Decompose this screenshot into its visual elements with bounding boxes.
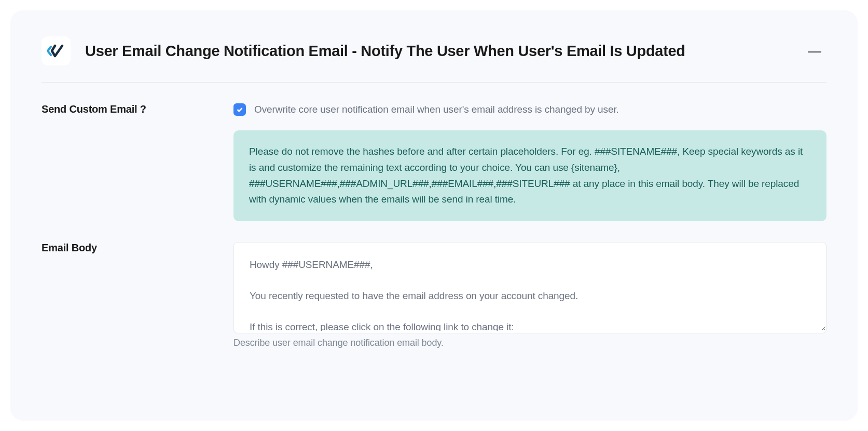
form-row-email-body: Email Body Describe user email change no… xyxy=(42,242,826,348)
info-box: Please do not remove the hashes before a… xyxy=(233,130,826,221)
send-custom-email-label: Send Custom Email ? xyxy=(42,103,233,115)
textarea-wrapper xyxy=(233,242,826,333)
settings-panel: User Email Change Notification Email - N… xyxy=(10,10,858,421)
check-icon xyxy=(236,106,243,113)
logo-box xyxy=(42,36,71,65)
form-control-col: Describe user email change notification … xyxy=(233,242,826,348)
send-custom-email-checkbox[interactable] xyxy=(233,103,246,116)
collapse-button[interactable]: — xyxy=(803,43,826,59)
email-body-label: Email Body xyxy=(42,242,233,254)
form-label-col: Email Body xyxy=(42,242,233,254)
panel-header: User Email Change Notification Email - N… xyxy=(42,36,826,83)
form-row-send-custom: Send Custom Email ? Overwrite core user … xyxy=(42,103,826,221)
email-body-helper: Describe user email change notification … xyxy=(233,338,826,348)
logo-icon xyxy=(47,42,65,60)
form-control-col: Overwrite core user notification email w… xyxy=(233,103,826,221)
form-label-col: Send Custom Email ? xyxy=(42,103,233,115)
email-body-textarea[interactable] xyxy=(234,243,826,331)
checkbox-row: Overwrite core user notification email w… xyxy=(233,103,826,116)
panel-title: User Email Change Notification Email - N… xyxy=(85,43,685,60)
header-left: User Email Change Notification Email - N… xyxy=(42,36,685,65)
send-custom-email-description: Overwrite core user notification email w… xyxy=(254,104,619,115)
